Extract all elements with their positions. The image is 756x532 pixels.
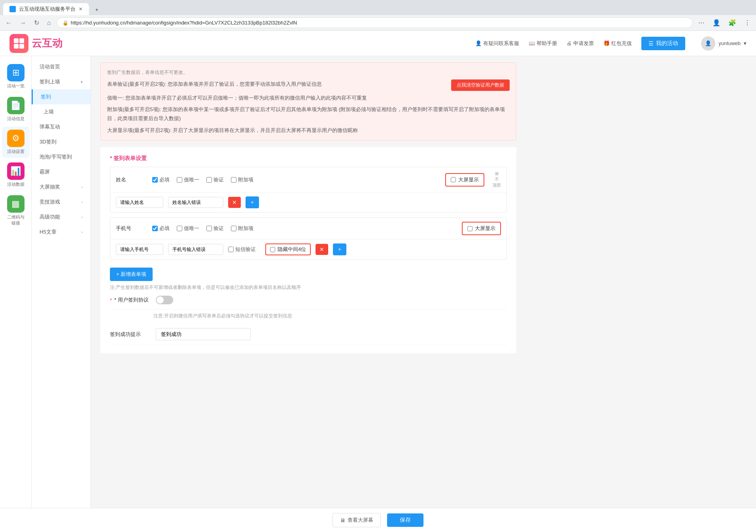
- header-nav-recharge[interactable]: 🎁 红包充值: [603, 40, 632, 47]
- form-settings-section: * 签到表单设置 姓名 必填 值唯一: [100, 147, 516, 353]
- arrow-icon-games: ›: [81, 200, 83, 204]
- notice-verification: 表单验证(最多可开启2项): 您添加表单项并开启了验证后，您需要手动添加或导入用…: [107, 79, 322, 89]
- gear-icon: ⚙: [7, 130, 25, 147]
- nav-item-big-screen-lottery[interactable]: 大屏抽奖 ›: [32, 179, 91, 194]
- nav-item-bubble-signin[interactable]: 泡泡/手写签到: [32, 149, 91, 164]
- checkbox-hide-middle[interactable]: [270, 247, 275, 252]
- hide-middle-box: 隐藏中间4位: [265, 243, 311, 255]
- add-option-name[interactable]: ＋: [246, 196, 259, 208]
- form-note: 注:产生签到数据后不可新增或者删除表单项，但是可以修改已添加的表单项目名称以及顺…: [110, 284, 507, 291]
- gift-icon: 🎁: [603, 40, 610, 46]
- notice-addon: 附加项(最多可开启5项): 您添加的表单项中某一项或多项开启了验证后才可以开启其…: [107, 105, 510, 123]
- checkbox-verification-name[interactable]: 验证: [206, 176, 224, 183]
- browser-menu-btn[interactable]: ⋮: [742, 17, 753, 28]
- checkbox-addon-phone[interactable]: 附加项: [231, 225, 253, 232]
- sidebar-label-activity-info: 活动信息: [7, 116, 25, 122]
- sidebar-label-activity-settings: 活动设置: [7, 149, 25, 155]
- header-nav-customer-service[interactable]: 👤 有疑问联系客服: [475, 40, 519, 47]
- delete-field-name[interactable]: ✕: [228, 197, 241, 208]
- arrow-icon-advanced: ›: [81, 215, 83, 219]
- sidebar-item-overview[interactable]: ⊞ 活动一览: [2, 61, 30, 92]
- user-agreement-label: * * 用户签到协议: [110, 296, 149, 304]
- field-card-phone: 手机号 必填 值唯一 验证: [110, 217, 507, 260]
- checkbox-bigscreen-name[interactable]: [451, 177, 456, 182]
- nav-item-games[interactable]: 竞技游戏 ›: [32, 194, 91, 209]
- field-phone-input-row: document.currentScript.previousElementSi…: [110, 240, 507, 259]
- bottom-bar: 🖥 查看大屏幕 保存: [0, 508, 756, 532]
- nav-item-barrage[interactable]: 弹幕互动: [32, 119, 91, 134]
- monitor-icon: 🖥: [340, 517, 345, 523]
- user-agreement-row: * * 用户签到协议: [110, 291, 507, 309]
- sidebar-item-activity-settings[interactable]: ⚙ 活动设置: [2, 126, 30, 158]
- sidebar-item-qr[interactable]: ▦ 二维码与链接: [2, 192, 30, 229]
- field-placeholder-phone[interactable]: [116, 244, 163, 255]
- nav-item-dominate[interactable]: 霸屏: [32, 164, 91, 179]
- browser-profile-btn[interactable]: 👤: [710, 17, 723, 28]
- success-prompt-input[interactable]: [156, 328, 251, 340]
- bigscreen-label-phone: 大屏显示: [475, 225, 495, 232]
- checkbox-addon-name[interactable]: 附加项: [231, 176, 253, 183]
- browser-tab-active[interactable]: 云互动现场互动服务平台 ✕: [3, 3, 89, 15]
- forward-btn[interactable]: →: [17, 18, 28, 28]
- delete-field-phone[interactable]: ✕: [316, 244, 328, 255]
- my-activity-btn[interactable]: ☰ 我的活动: [641, 37, 685, 50]
- nav-item-signin-wall[interactable]: 签到上墙 ▾: [32, 74, 91, 89]
- nav-item-signin[interactable]: 签到: [32, 89, 91, 104]
- user-agreement-note: 注意:开启则微信用户填写表单后必须勾选协议才可以提交签到信息: [110, 313, 507, 323]
- tab-close-btn[interactable]: ✕: [79, 6, 83, 12]
- checkbox-unique-phone[interactable]: 值唯一: [177, 225, 199, 232]
- print-icon: 🖨: [567, 40, 572, 46]
- header-nav: 👤 有疑问联系客服 📖 帮助手册 🖨 申请发票 🎁 红包充值 ☰ 我的活动 👤 …: [78, 36, 747, 51]
- checkbox-sms-phone[interactable]: 短信验证: [228, 246, 256, 253]
- user-area[interactable]: 👤 yuntuweb ▾: [701, 36, 747, 51]
- book-icon: 📖: [529, 40, 535, 46]
- field-card-name: 姓名 必填 值唯一 验证: [110, 167, 507, 213]
- field-placeholder-name[interactable]: [116, 197, 163, 208]
- bigscreen-box-name: 大屏显示: [445, 173, 484, 187]
- view-screen-btn[interactable]: 🖥 查看大屏幕: [333, 513, 381, 527]
- checkbox-required-phone[interactable]: 必填: [152, 225, 170, 232]
- field-label-name: 姓名: [116, 176, 147, 183]
- header-nav-invoice[interactable]: 🖨 申请发票: [567, 40, 594, 47]
- clear-verification-btn[interactable]: 点我清空验证用户数据: [451, 79, 510, 91]
- nav-item-h5[interactable]: H5文章 ›: [32, 224, 91, 240]
- tab-favicon: [9, 6, 16, 12]
- scroll-indicator: ⊞ 不 顶部: [492, 171, 501, 188]
- new-tab-btn[interactable]: +: [89, 4, 105, 15]
- browser-settings-btn[interactable]: ⋯: [696, 17, 707, 28]
- nav-item-wall[interactable]: 上墙: [32, 104, 91, 119]
- field-label-phone: 手机号: [116, 225, 147, 232]
- field-error-name[interactable]: [168, 197, 223, 208]
- user-dropdown-icon: ▾: [744, 40, 747, 46]
- section-label-form: * 签到表单设置: [110, 155, 507, 162]
- refresh-btn[interactable]: ↻: [32, 17, 42, 28]
- notice-box: 签到广生数据后，表单信息不可更改。 表单验证(最多可开启2项): 您添加表单项并…: [100, 62, 516, 141]
- user-agreement-toggle[interactable]: [156, 296, 173, 304]
- checkbox-verification-phone[interactable]: 验证: [206, 225, 224, 232]
- home-btn[interactable]: ⌂: [45, 18, 53, 28]
- checkbox-unique-name[interactable]: 值唯一: [177, 176, 199, 183]
- sidebar-label-qr: 二维码与链接: [5, 214, 26, 226]
- browser-chrome: 云互动现场互动服务平台 ✕ + ← → ↻ ⌂ 🔒 https://hd.yun…: [0, 0, 756, 31]
- hide-middle-label: 隐藏中间4位: [278, 246, 306, 253]
- sidebar-item-activity-data[interactable]: 📊 活动数据: [2, 159, 30, 191]
- add-field-btn[interactable]: + 新增表单项: [110, 268, 153, 281]
- browser-extensions-btn[interactable]: 🧩: [726, 17, 739, 28]
- header-nav-help[interactable]: 📖 帮助手册: [529, 40, 557, 47]
- menu-icon: ☰: [648, 40, 654, 47]
- checkbox-required-name[interactable]: 必填: [152, 176, 170, 183]
- sidebar-item-activity-info[interactable]: 📄 活动信息: [2, 94, 30, 125]
- address-bar[interactable]: 🔒 https://hd.yunhudong.cn/hdmanage/confi…: [57, 17, 693, 28]
- field-error-phone[interactable]: [168, 244, 223, 255]
- nav-item-homepage[interactable]: 活动首页: [32, 59, 91, 74]
- back-btn[interactable]: ←: [3, 18, 14, 28]
- content-area[interactable]: 签到广生数据后，表单信息不可更改。 表单验证(最多可开启2项): 您添加表单项并…: [91, 56, 756, 532]
- nav-item-3d-signin[interactable]: 3D签到: [32, 134, 91, 149]
- nav-item-advanced[interactable]: 高级功能 ›: [32, 209, 91, 224]
- save-btn[interactable]: 保存: [387, 513, 423, 527]
- sidebar-label-overview: 活动一览: [7, 83, 25, 89]
- lock-icon: 🔒: [62, 20, 68, 26]
- checkbox-bigscreen-phone[interactable]: [467, 226, 472, 231]
- add-option-phone[interactable]: ＋: [333, 243, 346, 255]
- svg-rect-2: [14, 44, 19, 49]
